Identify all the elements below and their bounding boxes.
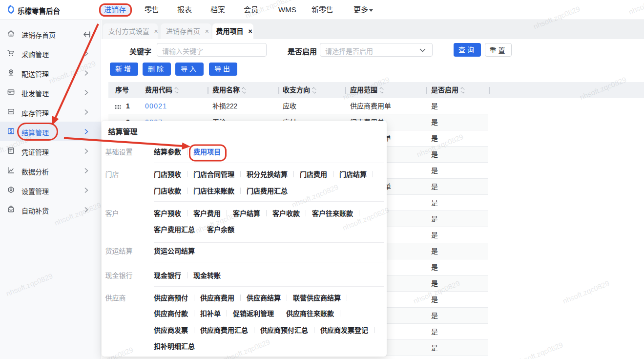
svg-text:nhsoft.zqc0829: nhsoft.zqc0829 — [561, 279, 611, 305]
svg-text:nhsoft.zqc0829: nhsoft.zqc0829 — [515, 340, 564, 359]
